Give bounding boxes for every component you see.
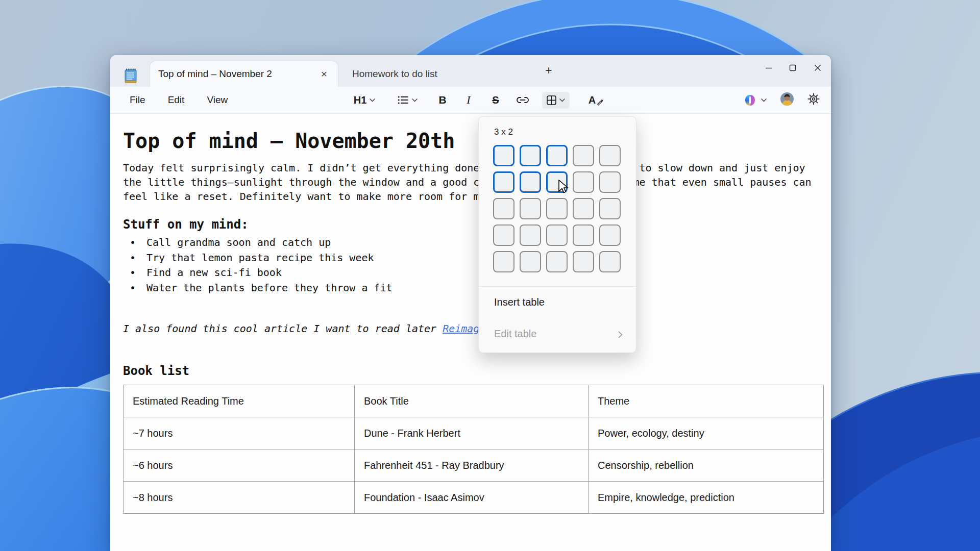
maximize-button[interactable] [780, 55, 804, 81]
table-cell[interactable]: Foundation - Isaac Asimov [355, 482, 589, 514]
tab-close-icon[interactable]: × [317, 67, 331, 81]
avatar-image [780, 92, 794, 106]
grid-cell-4x4[interactable] [573, 224, 594, 246]
chevron-down-icon [412, 98, 418, 102]
toolbar: FileEditView H1 B I S [110, 87, 831, 114]
chevron-down-icon [559, 98, 565, 102]
grid-cell-2x2[interactable] [520, 171, 541, 193]
table-cell[interactable]: ~7 hours [124, 417, 355, 449]
document-title: Top of mind – November 20th [123, 128, 824, 154]
tab-bar: Top of mind – November 2 × Homework to d… [110, 55, 831, 87]
table-cell[interactable]: Power, ecology, destiny [589, 417, 824, 449]
close-button[interactable] [804, 55, 831, 81]
document-area[interactable]: Top of mind – November 20th Today felt s… [110, 114, 831, 551]
grid-cell-4x3[interactable] [573, 198, 594, 219]
grid-cell-5x3[interactable] [599, 198, 621, 219]
bold-button[interactable]: B [435, 87, 450, 113]
strikethrough-button[interactable]: S [488, 87, 503, 113]
list-item: Try that lemon pasta recipe this week [123, 251, 824, 266]
pencil-icon [597, 99, 604, 106]
grid-cell-1x3[interactable] [493, 198, 514, 219]
table-cell[interactable]: ~8 hours [124, 482, 355, 514]
grid-cell-4x5[interactable] [573, 251, 594, 272]
copilot-button[interactable] [743, 94, 767, 107]
tab-top-of-mind[interactable]: Top of mind – November 2 × [150, 61, 338, 87]
table-cell[interactable]: Empire, knowledge, prediction [589, 482, 824, 514]
grid-cell-2x1[interactable] [520, 145, 541, 166]
list-item: Find a new sci-fi book [123, 265, 824, 281]
menu-view[interactable]: View [206, 92, 229, 108]
table-header-cell[interactable]: Theme [589, 385, 824, 417]
grid-cell-3x4[interactable] [546, 224, 568, 246]
clear-formatting-button[interactable]: A [586, 87, 606, 113]
toolbar-right [743, 87, 831, 113]
book-list-heading: Book list [123, 363, 824, 380]
grid-cell-2x4[interactable] [520, 224, 541, 246]
table-row: ~7 hoursDune - Frank HerbertPower, ecolo… [124, 417, 824, 449]
journal-paragraph: Today felt surprisingly calm. I didn’t g… [123, 161, 824, 204]
list-button[interactable] [394, 87, 421, 113]
tab-title: Homework to do list [352, 68, 437, 80]
chevron-down-icon [761, 98, 767, 102]
heading-style-button[interactable]: H1 [350, 87, 379, 113]
table-header-cell[interactable]: Estimated Reading Time [124, 385, 355, 417]
grid-cell-2x3[interactable] [520, 198, 541, 219]
paragraph-line: Today felt surprisingly calm. I didn’t g… [123, 161, 824, 175]
menu-edit[interactable]: Edit [167, 92, 186, 108]
paragraph-line: the little things—sunlight through the w… [123, 175, 824, 189]
grid-cell-3x1[interactable] [546, 145, 568, 166]
grid-cell-3x3[interactable] [546, 198, 568, 219]
minimize-button[interactable] [756, 55, 780, 81]
tab-homework[interactable]: Homework to do list [341, 61, 453, 87]
bullet-list-icon [398, 95, 409, 105]
table-cell[interactable]: Censorship, rebellion [589, 449, 824, 482]
book-table: Estimated Reading TimeBook TitleTheme ~7… [123, 385, 824, 514]
grid-cell-5x1[interactable] [599, 145, 621, 166]
grid-cell-1x4[interactable] [493, 224, 514, 246]
grid-cell-4x2[interactable] [573, 171, 594, 193]
italic-button[interactable]: I [462, 87, 475, 113]
heading-style-label: H1 [354, 94, 367, 106]
link-icon [516, 96, 529, 104]
grid-cell-5x4[interactable] [599, 224, 621, 246]
link-button[interactable] [512, 87, 533, 113]
menu-bar: FileEditView [129, 87, 229, 113]
settings-button[interactable] [807, 93, 820, 107]
table-row: ~6 hoursFahrenheit 451 - Ray BradburyCen… [124, 449, 824, 482]
desktop: Top of mind – November 2 × Homework to d… [0, 0, 980, 551]
copilot-icon [743, 94, 757, 107]
grid-cell-4x1[interactable] [573, 145, 594, 166]
grid-cell-2x5[interactable] [520, 251, 541, 272]
list-item: Call grandma soon and catch up [123, 235, 824, 251]
insert-table-item[interactable]: Insert table [494, 296, 545, 308]
clear-format-label: A [589, 94, 596, 106]
chevron-down-icon [370, 98, 375, 102]
note-text: I also found this cool article I want to… [123, 322, 443, 335]
grid-cell-1x2[interactable] [493, 171, 514, 193]
account-avatar[interactable] [780, 92, 794, 108]
new-tab-button[interactable]: + [540, 62, 557, 80]
grid-cell-1x5[interactable] [493, 251, 514, 272]
article-link[interactable]: Reimag [443, 322, 479, 335]
grid-cell-5x5[interactable] [599, 251, 621, 272]
table-header-cell[interactable]: Book Title [355, 385, 589, 417]
grid-cell-5x2[interactable] [599, 171, 621, 193]
tab-title: Top of mind – November 2 [158, 68, 272, 80]
table-cell[interactable]: Dune - Frank Herbert [355, 417, 589, 449]
window-controls [756, 55, 831, 81]
list-item: Water the plants before they throw a fit [123, 281, 824, 296]
list-heading: Stuff on my mind: [123, 217, 824, 232]
notepad-app-icon [125, 68, 137, 84]
table-size-label: 3 x 2 [494, 127, 636, 137]
table-button-highlight [542, 92, 570, 109]
menu-file[interactable]: File [129, 92, 146, 108]
table-cell[interactable]: ~6 hours [124, 449, 355, 482]
table-icon [547, 95, 556, 105]
table-cell[interactable]: Fahrenheit 451 - Ray Bradbury [355, 449, 589, 482]
grid-cell-1x1[interactable] [493, 145, 514, 166]
menu-divider [479, 286, 636, 287]
gear-icon [807, 93, 820, 105]
table-button[interactable] [540, 87, 572, 113]
table-size-grid [493, 145, 621, 272]
grid-cell-3x5[interactable] [546, 251, 568, 272]
